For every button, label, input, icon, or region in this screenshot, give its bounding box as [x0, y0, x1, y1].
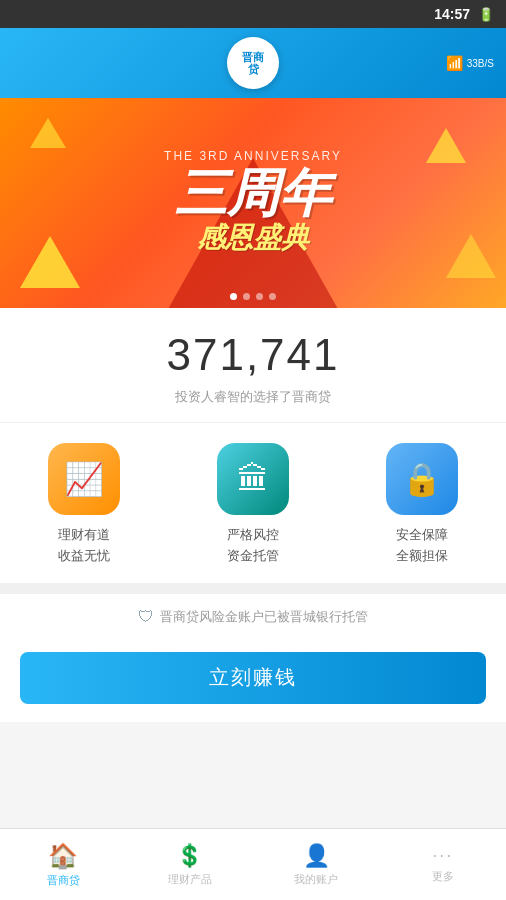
banner-content: THE 3RD ANNIVERSARY 三周年 感恩盛典: [164, 149, 342, 257]
feature-icon-wrap-1: 📈: [48, 443, 120, 515]
dot-4[interactable]: [269, 293, 276, 300]
feature-label-1: 理财有道 收益无忧: [58, 525, 110, 567]
feature-icon-wrap-2: 🏛: [217, 443, 289, 515]
status-time: 14:57: [434, 6, 470, 22]
banner-title-main: 三周年: [164, 167, 342, 219]
nav-item-home[interactable]: 🏠 晋商贷: [0, 842, 127, 888]
nav-item-products[interactable]: 💲 理财产品: [127, 843, 254, 887]
nav-item-more[interactable]: ··· 更多: [380, 845, 507, 884]
stats-number: 371,741: [20, 330, 486, 380]
features-section: 📈 理财有道 收益无忧 🏛 严格风控 资金托管 🔒 安全保障 全额担保: [0, 422, 506, 583]
stats-description: 投资人睿智的选择了晋商贷: [20, 388, 486, 406]
more-icon: ···: [432, 845, 453, 866]
banner-subtitle: THE 3RD ANNIVERSARY: [164, 149, 342, 163]
logo-text: 晋商 贷: [242, 51, 264, 75]
dot-2[interactable]: [243, 293, 250, 300]
banner: THE 3RD ANNIVERSARY 三周年 感恩盛典: [0, 98, 506, 308]
shield-icon: 🛡: [138, 608, 154, 626]
deco-triangle-right2: [446, 234, 496, 278]
deco-triangle-top: [30, 118, 66, 148]
wifi-icon: 📶: [446, 55, 463, 71]
dot-1[interactable]: [230, 293, 237, 300]
banner-title-sub: 感恩盛典: [164, 219, 342, 257]
feature-item-3[interactable]: 🔒 安全保障 全额担保: [352, 443, 492, 567]
account-icon: 👤: [303, 843, 330, 869]
dot-3[interactable]: [256, 293, 263, 300]
bottom-nav: 🏠 晋商贷 💲 理财产品 👤 我的账户 ··· 更多: [0, 828, 506, 900]
feature-item-2[interactable]: 🏛 严格风控 资金托管: [183, 443, 323, 567]
bank-icon: 🏛: [237, 461, 269, 498]
feature-icon-wrap-3: 🔒: [386, 443, 458, 515]
banner-dots: [230, 293, 276, 300]
nav-item-account[interactable]: 👤 我的账户: [253, 843, 380, 887]
cta-section: 立刻赚钱: [0, 640, 506, 722]
nav-label-home: 晋商贷: [47, 873, 80, 888]
lock-icon: 🔒: [402, 460, 442, 498]
trust-section: 🛡 晋商贷风险金账户已被晋城银行托管: [0, 593, 506, 640]
nav-label-more: 更多: [432, 869, 454, 884]
header: 晋商 贷 📶 33B/S: [0, 28, 506, 98]
chart-icon: 📈: [64, 460, 104, 498]
cta-button[interactable]: 立刻赚钱: [20, 652, 486, 704]
header-right: 📶 33B/S: [446, 55, 494, 71]
status-icons: 🔋: [478, 7, 494, 22]
products-icon: 💲: [176, 843, 203, 869]
trust-text: 晋商贷风险金账户已被晋城银行托管: [160, 608, 368, 626]
deco-triangle-left: [20, 236, 80, 288]
logo[interactable]: 晋商 贷: [227, 37, 279, 89]
status-bar: 14:57 🔋: [0, 0, 506, 28]
speed-text: 33B/S: [467, 58, 494, 69]
spacer: [0, 583, 506, 593]
stats-section: 371,741 投资人睿智的选择了晋商贷: [0, 308, 506, 422]
nav-label-account: 我的账户: [294, 872, 338, 887]
feature-label-2: 严格风控 资金托管: [227, 525, 279, 567]
feature-item-1[interactable]: 📈 理财有道 收益无忧: [14, 443, 154, 567]
nav-label-products: 理财产品: [168, 872, 212, 887]
feature-label-3: 安全保障 全额担保: [396, 525, 448, 567]
deco-triangle-right: [426, 128, 466, 163]
home-icon: 🏠: [48, 842, 78, 870]
battery-icon: 🔋: [478, 7, 494, 22]
